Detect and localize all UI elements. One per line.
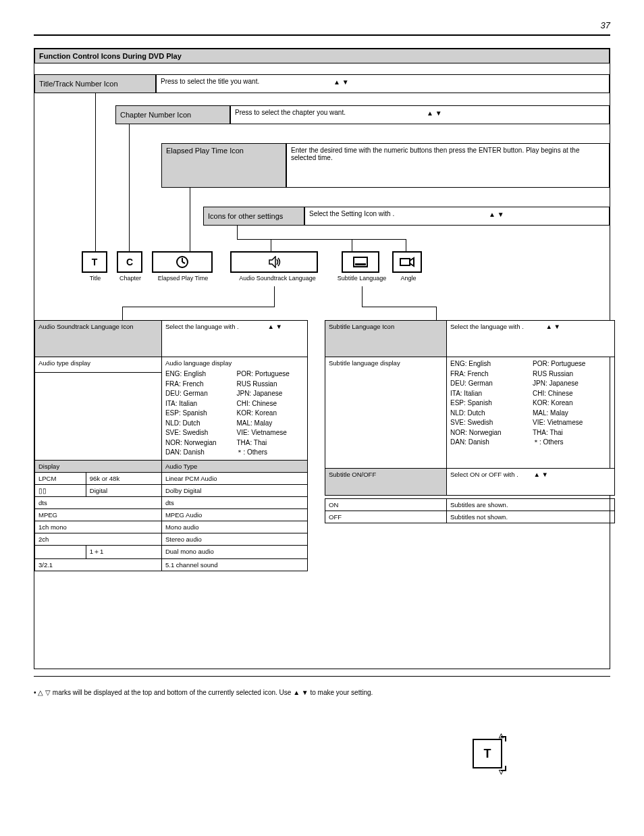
on-text: Subtitles are shown.	[447, 499, 615, 511]
table-cell: 1＋1	[86, 545, 161, 558]
sub-lang-cell: ENG: English FRA: French DEU: German ITA…	[447, 357, 615, 469]
triangle-up-outline-icon	[38, 689, 43, 696]
audio-lang-display-label: Audio language display	[165, 359, 304, 367]
audio-panel: Audio Soundtrack Language Icon Select th…	[34, 320, 308, 571]
connector	[122, 307, 275, 307]
on-label: ON	[325, 499, 447, 511]
lang-item: RUS Russian	[533, 369, 611, 380]
up-down-icon: ▲ ▼	[293, 689, 308, 696]
lang-item: ENG: English	[450, 359, 529, 369]
footer-note: • marks will be displayed at the top and…	[34, 687, 610, 698]
audio-header-right-text: Select the language with .	[165, 323, 239, 330]
lang-item: MAL: Malay	[236, 419, 304, 429]
audio-header-left: Audio Soundtrack Language Icon	[35, 321, 162, 357]
level1-action: Press to select the title you want. ▲ ▼	[156, 74, 610, 93]
time-label: Elapsed Play Time Icon	[161, 143, 286, 188]
lang-item: RUS Russian	[236, 380, 304, 390]
table-cell: 96k or 48k	[86, 472, 161, 484]
table-cell: LPCM	[35, 472, 86, 484]
level2-action-text: Press to select the chapter you want.	[235, 109, 346, 116]
table-cell: MPEG Audio	[161, 508, 307, 521]
angle-icon-label: Angle	[381, 275, 435, 282]
table-cell: 2ch	[35, 533, 162, 545]
lang-item: CHI: Chinese	[236, 399, 304, 409]
chapter-icon-label: Chapter	[103, 275, 157, 282]
section-title: Function Control Icons During DVD Play	[34, 49, 610, 63]
time-icon	[152, 251, 213, 273]
level2-label: Chapter Number Icon	[115, 105, 230, 124]
footer-t-letter: T	[484, 747, 491, 761]
sub-header-right-text: Select the language with .	[450, 323, 524, 330]
subtitle-panel: Subtitle Language Icon Select the langua…	[325, 320, 615, 496]
up-down-icon: ▲ ▼	[489, 211, 504, 218]
title-icon: T	[82, 251, 107, 273]
bottom-rule	[34, 676, 610, 677]
triangle-up-outline-icon: △	[499, 732, 504, 739]
lang-item: ESP: Spanish	[165, 409, 233, 419]
lang-item: SVE: Swedish	[165, 428, 233, 438]
top-rule	[34, 34, 610, 36]
lang-item: NLD: Dutch	[165, 419, 233, 429]
lang-item: ＊: Others	[236, 448, 304, 458]
lang-item: ENG: English	[165, 369, 233, 380]
lang-item: VIE: Vietnamese	[236, 428, 304, 438]
lang-item: POR: Portuguese	[236, 369, 304, 380]
lang-item: KOR: Korean	[533, 398, 611, 409]
audio-lang-cell: Audio language display ENG: English FRA:…	[161, 357, 307, 461]
triangle-down-outline-icon	[45, 689, 51, 696]
page-number: 37	[34, 20, 610, 30]
connector	[122, 307, 123, 320]
lang-item: DAN: Danish	[165, 448, 233, 458]
lang-item: THA: Thai	[533, 428, 611, 438]
lang-item: ＊: Others	[533, 438, 611, 448]
footer-text-2: to make your setting.	[311, 689, 373, 696]
connector	[271, 239, 271, 251]
level1-label: Title/Track Number Icon	[34, 74, 156, 93]
footer-text: marks will be displayed at the top and b…	[53, 689, 293, 696]
table-cell: Stereo audio	[161, 533, 307, 545]
level3-left: Icons for other settings	[203, 207, 304, 226]
connector	[362, 286, 363, 307]
subtitle-icon	[342, 251, 379, 273]
audio-type-label: Audio type display	[35, 357, 162, 373]
lang-item: NOR: Norwegian	[165, 438, 233, 448]
audio-icon	[230, 251, 318, 273]
connector	[190, 188, 190, 251]
off-label: OFF	[325, 511, 447, 523]
svg-line-2	[182, 262, 185, 263]
up-down-icon: ▲ ▼	[427, 109, 442, 117]
up-down-icon: ▲ ▼	[333, 78, 349, 86]
table-cell: dts	[35, 496, 162, 508]
connector	[237, 226, 238, 239]
audio-table-h1: Display	[35, 460, 162, 472]
lang-item: DAN: Danish	[450, 438, 529, 448]
triangle-down-outline-icon: ▽	[499, 768, 504, 775]
lang-item: THA: Thai	[236, 438, 304, 448]
lang-item: VIE: Vietnamese	[533, 418, 611, 428]
svg-rect-4	[355, 263, 366, 265]
connector	[274, 286, 275, 307]
footer-title-icon: T △ ▽	[473, 739, 502, 768]
diagram-frame: Function Control Icons During DVD Play T…	[34, 48, 610, 669]
sub-onoff-right-text: Select ON or OFF with .	[450, 471, 518, 478]
chapter-icon: C	[117, 251, 142, 273]
connector	[237, 239, 406, 240]
time-icon-label: Elapsed Play Time	[156, 275, 210, 282]
lang-item: CHI: Chinese	[533, 389, 611, 399]
level1-action-text: Press to select the title you want.	[161, 78, 259, 85]
connector	[436, 307, 437, 320]
svg-rect-5	[400, 259, 410, 265]
sub-onoff-left: Subtitle ON/OFF	[325, 469, 447, 496]
level3-right-text: Select the Setting Icon with .	[309, 210, 394, 217]
connector	[129, 124, 130, 251]
level2-action: Press to select the chapter you want. ▲ …	[230, 105, 610, 124]
lang-item: KOR: Korean	[236, 409, 304, 419]
audio-header-right: Select the language with . ▲ ▼	[161, 321, 307, 357]
table-cell: 1ch mono	[35, 521, 162, 533]
lang-item: ITA: Italian	[165, 399, 233, 409]
lang-item: ESP: Spanish	[450, 398, 529, 409]
sub-onoff-right: Select ON or OFF with . ▲ ▼	[447, 469, 615, 496]
off-text: Subtitles not shown.	[447, 511, 615, 523]
table-cell: Dual mono audio	[161, 545, 307, 558]
time-body: Enter the desired time with the numeric …	[286, 143, 610, 188]
